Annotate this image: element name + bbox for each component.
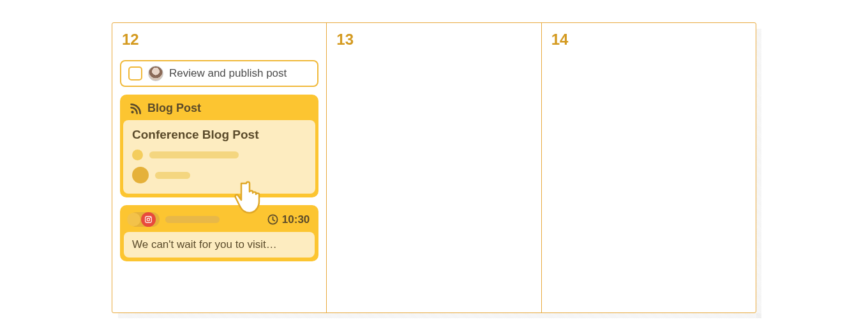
blog-post-card[interactable]: Blog Post Conference Blog Post [120,95,318,197]
shadow-decoration [756,29,761,318]
blog-title: Conference Blog Post [132,128,306,142]
placeholder-icon [132,167,149,183]
scheduled-time: 10:30 [267,213,310,226]
time-value: 10:30 [282,213,310,226]
blog-type-label: Blog Post [147,102,201,115]
day-number: 14 [550,31,748,49]
placeholder-text [149,151,239,158]
placeholder-row [132,150,306,160]
calendar-grid: 12 Review and publish post Blog Post Con… [112,22,756,313]
day-number: 13 [334,31,533,49]
assignee-avatar[interactable] [148,66,163,81]
calendar-container: 12 Review and publish post Blog Post Con… [112,22,756,313]
placeholder-text [165,216,220,223]
blog-card-header: Blog Post [123,97,315,120]
calendar-day-column[interactable]: 14 [542,23,756,312]
shadow-decoration [118,313,761,318]
instagram-icon [141,212,156,227]
social-post-card[interactable]: 10:30 We can't wait for you to visit… [120,205,318,261]
calendar-day-column[interactable]: 13 [327,23,541,312]
svg-point-0 [131,111,134,113]
day-number: 12 [120,31,318,49]
social-preview-text: We can't wait for you to visit… [124,232,315,258]
placeholder-text [155,172,190,179]
task-card[interactable]: Review and publish post [120,60,318,87]
cursor-pointer-icon [232,178,267,217]
clock-icon [267,213,279,226]
placeholder-row [132,167,306,183]
rss-icon [130,102,142,115]
calendar-day-column[interactable]: 12 Review and publish post Blog Post Con… [112,23,327,312]
task-checkbox[interactable] [128,66,142,81]
svg-point-3 [150,217,151,218]
social-channel-badge [129,212,160,227]
social-card-header: 10:30 [124,208,315,232]
blog-card-body: Conference Blog Post [123,120,315,194]
placeholder-icon [132,150,143,160]
svg-point-2 [147,218,149,220]
task-label: Review and publish post [169,67,287,80]
